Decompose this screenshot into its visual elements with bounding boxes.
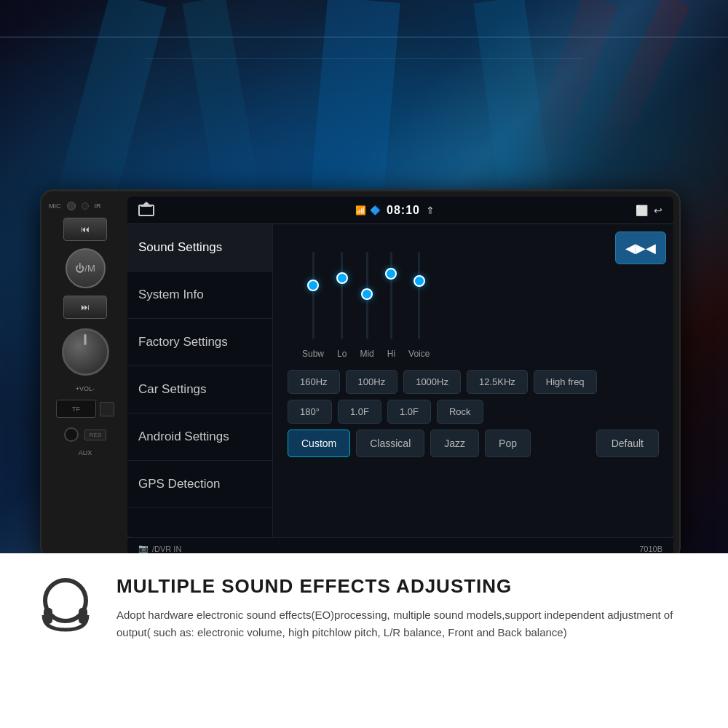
slider-track-voice[interactable]	[418, 252, 420, 339]
sidebar-item-factory-settings[interactable]: Factory Settings	[127, 319, 272, 366]
slider-handle-subw[interactable]	[307, 280, 319, 291]
sidebar-label-system-info: System Info	[138, 288, 204, 302]
eq-panel: ◀▶◀ Subw	[273, 224, 673, 537]
phase-label-1f-2: 1.0F	[400, 406, 419, 417]
headphones-icon	[36, 575, 95, 633]
slider-handle-hi[interactable]	[385, 268, 397, 280]
bluetooth-icon: 🔷	[370, 205, 381, 215]
left-controls-panel: MIC IR ⏮ ⏻/M ⏭ +VOL- TF RES AU	[41, 191, 129, 559]
slider-subw: Subw	[302, 252, 324, 359]
preset-btn-classical[interactable]: Classical	[356, 430, 424, 457]
next-button[interactable]: ⏭	[63, 296, 107, 319]
preset-label-classical: Classical	[370, 438, 411, 449]
phase-btn-180[interactable]: 180°	[288, 400, 332, 424]
sidebar-item-android-settings[interactable]: Android Settings	[127, 414, 272, 461]
slider-track-lo[interactable]	[341, 252, 343, 339]
default-button[interactable]: Default	[596, 430, 659, 457]
preset-label-pop: Pop	[499, 438, 517, 449]
freq-label-1000hz: 1000Hz	[416, 376, 448, 387]
model-label: 7010B	[639, 545, 662, 553]
card-slot	[100, 402, 114, 416]
prev-button[interactable]: ⏮	[63, 218, 107, 241]
preset-row: Custom Classical Jazz Pop Default	[288, 430, 659, 457]
power-button[interactable]: ⏻/M	[66, 248, 106, 288]
phase-label-180: 180°	[300, 406, 320, 417]
slider-label-lo: Lo	[337, 349, 347, 359]
slider-label-voice: Voice	[408, 349, 430, 359]
mic-ir-row: MIC IR	[41, 202, 129, 210]
freq-btn-highfreq[interactable]: High freq	[534, 370, 597, 394]
vol-label: +VOL-	[76, 385, 95, 392]
sidebar-label-factory-settings: Factory Settings	[138, 335, 228, 349]
slider-voice: Voice	[408, 252, 430, 359]
slider-handle-lo[interactable]	[336, 272, 348, 284]
arrow-up-icon: ⇑	[426, 205, 435, 216]
sidebar-item-car-settings[interactable]: Car Settings	[127, 366, 272, 414]
tf-label: TF	[72, 405, 80, 413]
mic-label: MIC	[49, 202, 61, 210]
slider-label-subw: Subw	[302, 349, 324, 359]
preset-label-custom: Custom	[301, 438, 336, 449]
sidebar-item-gps-detection[interactable]: GPS Detection	[127, 461, 272, 508]
phase-label-1f-1: 1.0F	[350, 406, 369, 417]
stereo-unit: MIC IR ⏮ ⏻/M ⏭ +VOL- TF RES AU	[40, 189, 681, 561]
ir-label: IR	[95, 202, 101, 210]
info-section: MULTIPLE SOUND EFFECTS ADJUSTING Adopt h…	[0, 553, 728, 728]
freq-btn-160hz[interactable]: 160Hz	[288, 370, 340, 394]
sidebar-item-system-info[interactable]: System Info	[127, 272, 272, 319]
dvr-icon: 📷	[138, 544, 149, 553]
phase-btn-1f-1[interactable]: 1.0F	[338, 400, 381, 424]
freq-label-160hz: 160Hz	[300, 376, 328, 387]
freq-label-100hz: 100Hz	[358, 376, 386, 387]
res-label: RES	[90, 432, 101, 438]
phase-label-rock: Rock	[449, 406, 471, 417]
home-icon[interactable]	[138, 205, 154, 216]
res-button[interactable]: RES	[84, 430, 106, 440]
info-title: MULTIPLE SOUND EFFECTS ADJUSTING	[116, 575, 692, 598]
freq-buttons-row: 160Hz 100Hz 1000Hz 12.5KHz High freq	[288, 370, 659, 394]
preset-btn-custom[interactable]: Custom	[288, 430, 350, 457]
sidebar-label-car-settings: Car Settings	[138, 382, 207, 397]
slider-track-mid[interactable]	[366, 252, 368, 339]
next-icon: ⏭	[81, 302, 90, 312]
slider-handle-voice[interactable]	[414, 275, 425, 287]
sound-wave-icon: ◀▶◀	[625, 240, 656, 256]
tf-slot[interactable]: TF	[56, 400, 96, 418]
freq-btn-1000hz[interactable]: 1000Hz	[403, 370, 461, 394]
sidebar-label-gps-detection: GPS Detection	[138, 477, 220, 491]
freq-btn-125khz[interactable]: 12.5KHz	[467, 370, 528, 394]
preset-btn-pop[interactable]: Pop	[485, 430, 531, 457]
main-content: Sound Settings System Info Factory Setti…	[127, 224, 673, 537]
screen: 📶 🔷 08:10 ⇑ ⬜ ↩ Sound Settings System In…	[127, 197, 673, 537]
dvr-label: /DVR IN	[152, 545, 181, 553]
freq-label-highfreq: High freq	[546, 376, 585, 387]
signal-icon: 📶	[355, 205, 366, 215]
slider-lo: Lo	[337, 252, 347, 359]
aux-label: AUX	[79, 449, 92, 456]
slider-mid: Mid	[360, 252, 373, 359]
phase-btn-1f-2[interactable]: 1.0F	[387, 400, 431, 424]
slider-track-hi[interactable]	[390, 252, 392, 339]
back-icon[interactable]: ↩	[654, 205, 662, 216]
slider-track-subw[interactable]	[312, 252, 314, 339]
preset-btn-jazz[interactable]: Jazz	[430, 430, 479, 457]
aux-jack[interactable]	[64, 427, 79, 442]
sidebar-menu: Sound Settings System Info Factory Setti…	[127, 224, 273, 537]
volume-knob[interactable]	[62, 328, 109, 376]
info-description: Adopt hardware electronic sound effects(…	[116, 606, 692, 641]
status-icons: 📶 🔷	[355, 205, 381, 215]
prev-icon: ⏮	[81, 224, 90, 234]
power-icon: ⏻/M	[75, 263, 95, 274]
freq-btn-100hz[interactable]: 100Hz	[346, 370, 398, 394]
phase-btn-rock[interactable]: Rock	[437, 400, 483, 424]
slider-handle-mid[interactable]	[361, 288, 373, 300]
window-icon[interactable]: ⬜	[636, 205, 648, 216]
bottom-left: 📷 /DVR IN	[138, 544, 181, 553]
eq-sliders: Subw Lo Mid	[288, 242, 659, 359]
mic-dot	[67, 202, 76, 210]
status-center: 📶 🔷 08:10 ⇑	[355, 204, 435, 217]
slider-label-mid: Mid	[360, 349, 373, 359]
sidebar-item-sound-settings[interactable]: Sound Settings	[127, 224, 272, 272]
slider-label-hi: Hi	[387, 349, 395, 359]
sound-toggle-button[interactable]: ◀▶◀	[615, 232, 666, 264]
